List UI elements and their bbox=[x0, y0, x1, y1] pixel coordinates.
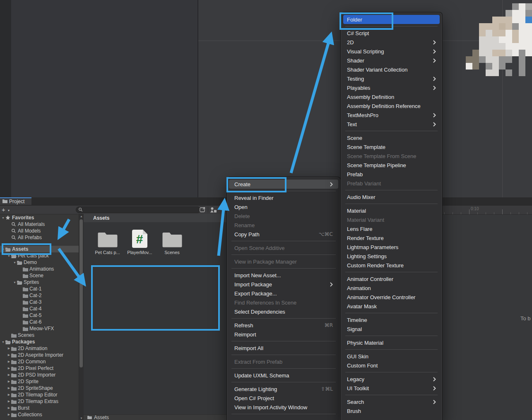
tree-item-favorites[interactable]: ▼Favorites bbox=[0, 214, 79, 221]
context-menu-item-view-in-import-activity-window[interactable]: View in Import Activity Window bbox=[229, 403, 338, 412]
create-submenu-item-testing[interactable]: Testing bbox=[343, 74, 440, 83]
tree-item-2d-aseprite-importer[interactable]: ▶2D Aseprite Importer bbox=[0, 352, 79, 358]
tree-item-collections[interactable]: ▶Collections bbox=[0, 411, 79, 418]
expander-closed-icon[interactable]: ▶ bbox=[7, 406, 11, 410]
create-submenu-item-lens-flare[interactable]: Lens Flare bbox=[343, 224, 440, 233]
create-submenu-item-brush[interactable]: Brush bbox=[343, 406, 440, 415]
expander-open-icon[interactable]: ▼ bbox=[1, 341, 5, 343]
tree-item-scene[interactable]: Scene bbox=[0, 272, 79, 279]
tree-item-cat-2[interactable]: Cat-2 bbox=[0, 292, 79, 299]
search-input[interactable] bbox=[83, 207, 192, 213]
tree-item-2d-animation[interactable]: ▶2D Animation bbox=[0, 345, 79, 352]
create-submenu-item-lighting-settings[interactable]: Lighting Settings bbox=[343, 252, 440, 261]
open-new-window-icon[interactable] bbox=[200, 207, 206, 214]
expander-closed-icon[interactable]: ▶ bbox=[7, 373, 11, 377]
tree-item-all-prefabs[interactable]: All Prefabs bbox=[0, 234, 79, 241]
tree-item-2d-pixel-perfect[interactable]: ▶2D Pixel Perfect bbox=[0, 365, 79, 372]
create-submenu-item-animator-override-controller[interactable]: Animator Override Controller bbox=[343, 293, 440, 302]
tree-item-cat-3[interactable]: Cat-3 bbox=[0, 299, 79, 305]
context-menu-item-reimport[interactable]: Reimport bbox=[229, 330, 338, 339]
scroll-up-icon[interactable]: ▲ bbox=[79, 215, 84, 218]
create-submenu-item-physic-material[interactable]: Physic Material bbox=[343, 338, 440, 347]
create-submenu-item-render-texture[interactable]: Render Texture bbox=[343, 233, 440, 242]
expander-closed-icon[interactable]: ▶ bbox=[7, 393, 11, 396]
scroll-down-icon[interactable]: ▼ bbox=[79, 417, 84, 420]
create-submenu-item-lightmap-parameters[interactable]: Lightmap Parameters bbox=[343, 242, 440, 252]
expander-closed-icon[interactable]: ▶ bbox=[7, 380, 11, 383]
create-submenu-item-scene[interactable]: Scene bbox=[343, 133, 440, 142]
tree-item-sprites[interactable]: ▼Sprites bbox=[0, 279, 79, 286]
create-submenu-item-2d[interactable]: 2D bbox=[343, 38, 440, 47]
create-submenu-item-signal[interactable]: Signal bbox=[343, 324, 440, 334]
tree-scrollbar[interactable]: ▲ ▼ bbox=[79, 214, 84, 420]
expander-closed-icon[interactable]: ▶ bbox=[7, 353, 11, 357]
context-menu-item-import-package[interactable]: Import Package bbox=[229, 280, 338, 289]
expander-open-icon[interactable]: ▼ bbox=[12, 261, 17, 264]
tree-item-2d-tilemap-extras[interactable]: ▶2D Tilemap Extras bbox=[0, 398, 79, 405]
tree-item-all-models[interactable]: All Models bbox=[0, 228, 79, 234]
create-submenu-item-assembly-definition[interactable]: Assembly Definition bbox=[343, 92, 440, 101]
tree-item-animations[interactable]: Animations bbox=[0, 266, 79, 272]
expander-closed-icon[interactable]: ▶ bbox=[7, 347, 11, 350]
create-submenu-item-text[interactable]: Text bbox=[343, 120, 440, 129]
search-field[interactable] bbox=[76, 206, 201, 213]
create-submenu-item-playables[interactable]: Playables bbox=[343, 83, 440, 92]
create-submenu-item-gui-skin[interactable]: GUI Skin bbox=[343, 352, 440, 361]
tree-item-demo[interactable]: ▼Demo bbox=[0, 259, 79, 266]
context-menu-item-open-c-project[interactable]: Open C# Project bbox=[229, 394, 338, 403]
context-menu-item-open[interactable]: Open bbox=[229, 202, 338, 211]
tree-item-2d-tilemap-editor[interactable]: ▶2D Tilemap Editor bbox=[0, 391, 79, 398]
search-by-type-icon[interactable] bbox=[210, 207, 217, 214]
create-submenu-item-avatar-mask[interactable]: Avatar Mask bbox=[343, 302, 440, 311]
expander-open-icon[interactable]: ▼ bbox=[12, 281, 17, 284]
context-menu-item-generate-lighting[interactable]: Generate Lighting⇧⌘L bbox=[229, 384, 338, 394]
create-submenu-item-custom-render-texture[interactable]: Custom Render Texture bbox=[343, 261, 440, 270]
context-menu-item-copy-path[interactable]: Copy Path⌥⌘C bbox=[229, 230, 338, 239]
tree-item-scenes[interactable]: Scenes bbox=[0, 332, 79, 338]
context-menu-item-select-dependencies[interactable]: Select Dependencies bbox=[229, 307, 338, 316]
expander-closed-icon[interactable]: ▶ bbox=[7, 400, 11, 403]
animation-timeline-ruler[interactable]: 0:10 bbox=[442, 206, 532, 215]
context-menu-item-import-new-asset[interactable]: Import New Asset... bbox=[229, 271, 338, 280]
create-submenu-item-ui-toolkit[interactable]: UI Toolkit bbox=[343, 384, 440, 393]
tree-item-cat-4[interactable]: Cat-4 bbox=[0, 305, 79, 312]
create-submenu-item-audio-mixer[interactable]: Audio Mixer bbox=[343, 192, 440, 202]
tree-item-cat-1[interactable]: Cat-1 bbox=[0, 286, 79, 292]
create-submenu-item-shader[interactable]: Shader bbox=[343, 56, 440, 65]
expander-closed-icon[interactable]: ▶ bbox=[7, 386, 11, 390]
create-submenu-item-c-script[interactable]: C# Script bbox=[343, 29, 440, 38]
tree-item-all-materials[interactable]: All Materials bbox=[0, 221, 79, 228]
create-submenu-item-timeline[interactable]: Timeline bbox=[343, 315, 440, 324]
tree-item-packages[interactable]: ▼Packages bbox=[0, 338, 79, 345]
context-menu-item-export-package[interactable]: Export Package... bbox=[229, 289, 338, 298]
scrollbar-thumb[interactable] bbox=[79, 219, 83, 367]
tree-item-meow-vfx[interactable]: Meow-VFX bbox=[0, 325, 79, 332]
expander-open-icon[interactable]: ▼ bbox=[1, 216, 5, 219]
create-submenu-item-visual-scripting[interactable]: Visual Scripting bbox=[343, 47, 440, 56]
create-submenu-item-legacy[interactable]: Legacy bbox=[343, 374, 440, 384]
add-asset-button[interactable]: + bbox=[2, 206, 5, 214]
create-submenu-item-custom-font[interactable]: Custom Font bbox=[343, 361, 440, 370]
tree-item-2d-sprite[interactable]: ▶2D Sprite bbox=[0, 378, 79, 385]
expander-closed-icon[interactable]: ▶ bbox=[7, 360, 11, 363]
create-submenu-item-prefab[interactable]: Prefab bbox=[343, 170, 440, 179]
asset-item-pet-cats-p[interactable]: Pet Cats p... bbox=[91, 230, 123, 255]
create-submenu-item-material[interactable]: Material bbox=[343, 206, 440, 215]
tree-item-2d-spriteshape[interactable]: ▶2D SpriteShape bbox=[0, 385, 79, 391]
tab-project[interactable]: Project bbox=[0, 197, 31, 205]
create-submenu-item-animation[interactable]: Animation bbox=[343, 283, 440, 293]
chevron-down-icon[interactable]: ▾ bbox=[8, 206, 10, 215]
tree-item-cat-5[interactable]: Cat-5 bbox=[0, 312, 79, 319]
asset-item-playermov[interactable]: #PlayerMov... bbox=[124, 230, 156, 255]
create-submenu-item-shader-variant-collection[interactable]: Shader Variant Collection bbox=[343, 65, 440, 74]
tree-item-burst[interactable]: ▶Burst bbox=[0, 405, 79, 411]
expander-closed-icon[interactable]: ▶ bbox=[7, 413, 11, 416]
context-menu-item-refresh[interactable]: Refresh⌘R bbox=[229, 321, 338, 330]
context-menu-item-reimport-all[interactable]: Reimport All bbox=[229, 343, 338, 353]
expander-closed-icon[interactable]: ▶ bbox=[7, 367, 11, 370]
asset-item-scenes[interactable]: Scenes bbox=[156, 230, 188, 255]
tree-item-2d-common[interactable]: ▶2D Common bbox=[0, 358, 79, 365]
create-submenu-item-scene-template[interactable]: Scene Template bbox=[343, 142, 440, 151]
create-submenu-item-animator-controller[interactable]: Animator Controller bbox=[343, 274, 440, 283]
create-submenu-item-scene-template-pipeline[interactable]: Scene Template Pipeline bbox=[343, 161, 440, 170]
